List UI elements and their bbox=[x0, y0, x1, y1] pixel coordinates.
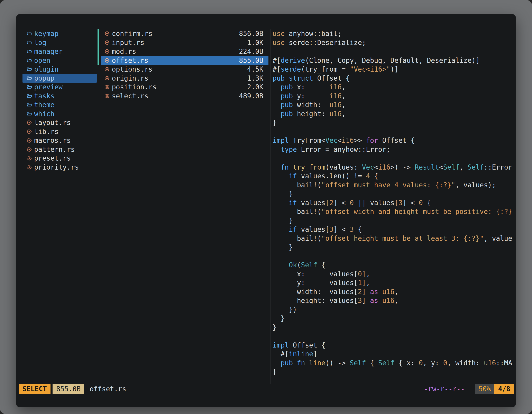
rust-file-icon bbox=[104, 31, 110, 36]
code-line: if values[3] < 3 { bbox=[273, 225, 514, 234]
code-line: use serde::Deserialize; bbox=[273, 38, 514, 47]
file-row-origin-rs[interactable]: origin.rs1.3K bbox=[97, 74, 270, 83]
scroll-percent-chip: 50% bbox=[475, 384, 494, 394]
sidebar-item-lib-rs[interactable]: lib.rs bbox=[22, 127, 97, 136]
file-name: confirm.rs bbox=[112, 29, 152, 38]
code-line: Ok(Self { bbox=[273, 260, 514, 270]
file-size-badge: 855.0B bbox=[53, 384, 84, 394]
file-size: 4.5K bbox=[247, 65, 263, 74]
code-line: } bbox=[273, 118, 514, 127]
sidebar-item-log[interactable]: log bbox=[22, 38, 97, 47]
sidebar-item-label: macros.rs bbox=[34, 136, 71, 145]
folder-open-icon bbox=[27, 93, 32, 99]
code-line: use anyhow::bail; bbox=[273, 29, 514, 38]
code-line: fn try_from(values: Vec<i16>) -> Result<… bbox=[273, 163, 514, 172]
file-size: 856.0B bbox=[239, 29, 263, 38]
code-line: width: values[2] as u16, bbox=[273, 287, 514, 296]
file-row-mod-rs[interactable]: mod.rs224.0B bbox=[97, 47, 270, 56]
sidebar-item-macros-rs[interactable]: macros.rs bbox=[22, 136, 97, 145]
sidebar-item-label: open bbox=[34, 56, 50, 65]
sidebar-item-label: popup bbox=[34, 74, 54, 83]
yazi-window: keymap log manager open plugin popup pre… bbox=[16, 14, 516, 407]
code-line: bail!("offset width and height must be p… bbox=[273, 207, 514, 216]
sidebar-item-label: lib.rs bbox=[34, 127, 58, 136]
sidebar-item-label: theme bbox=[34, 100, 54, 109]
code-line: y: values[1], bbox=[273, 278, 514, 287]
sidebar-item-plugin[interactable]: plugin bbox=[22, 65, 97, 74]
file-name: position.rs bbox=[112, 83, 157, 92]
code-line: pub y: i16, bbox=[273, 92, 514, 101]
file-name: options.rs bbox=[112, 65, 152, 74]
marked-indicator bbox=[97, 56, 99, 65]
rust-file-icon bbox=[27, 129, 32, 135]
parent-pane[interactable]: keymap log manager open plugin popup pre… bbox=[16, 29, 97, 384]
rust-file-icon bbox=[27, 147, 32, 152]
file-size: 1.0K bbox=[247, 38, 263, 47]
code-line: } bbox=[273, 216, 514, 225]
file-row-input-rs[interactable]: input.rs1.0K bbox=[97, 38, 270, 47]
file-row-content: options.rs4.5K bbox=[101, 65, 268, 74]
file-size: 489.0B bbox=[239, 92, 263, 101]
sidebar-item-preview[interactable]: preview bbox=[22, 83, 97, 92]
sidebar-item-theme[interactable]: theme bbox=[22, 100, 97, 109]
file-row-content: select.rs489.0B bbox=[101, 92, 268, 101]
status-filename: offset.rs bbox=[90, 385, 126, 394]
current-pane[interactable]: confirm.rs856.0B input.rs1.0K mod.rs224.… bbox=[97, 29, 270, 384]
file-name: select.rs bbox=[112, 92, 148, 101]
status-bar: SELECT 855.0B offset.rs -rw-r--r-- 50% 4… bbox=[19, 384, 514, 394]
folder-open-icon bbox=[27, 58, 32, 63]
file-row-content: offset.rs855.0B bbox=[101, 56, 268, 65]
permissions-text: -rw-r--r-- bbox=[424, 385, 465, 394]
sidebar-item-layout-rs[interactable]: layout.rs bbox=[22, 118, 97, 127]
sidebar-item-priority-rs[interactable]: priority.rs bbox=[22, 163, 97, 172]
sidebar-item-label: log bbox=[34, 38, 47, 47]
code-line: x: values[0], bbox=[273, 270, 514, 279]
code-line: if values[2] < 0 || values[3] < 0 { bbox=[273, 198, 514, 207]
file-row-options-rs[interactable]: options.rs4.5K bbox=[97, 65, 270, 74]
preview-pane[interactable]: use anyhow::bail;use serde::Deserialize;… bbox=[270, 29, 516, 384]
folder-open-icon bbox=[27, 76, 32, 81]
file-size: 1.3K bbox=[247, 74, 263, 83]
marked-indicator-empty bbox=[97, 92, 99, 101]
sidebar-item-open[interactable]: open bbox=[22, 56, 97, 65]
file-row-offset-rs[interactable]: offset.rs855.0B bbox=[97, 56, 270, 65]
sidebar-item-popup[interactable]: popup bbox=[22, 74, 97, 83]
sidebar-item-label: pattern.rs bbox=[34, 145, 75, 154]
desktop-background: keymap log manager open plugin popup pre… bbox=[0, 0, 532, 414]
code-line: impl TryFrom<Vec<i16>> for Offset { bbox=[273, 136, 514, 145]
marked-indicator-empty bbox=[97, 74, 99, 83]
marked-indicator-empty bbox=[97, 83, 99, 92]
file-row-content: input.rs1.0K bbox=[101, 38, 268, 47]
code-line bbox=[273, 127, 514, 136]
cursor-position-chip: 4/8 bbox=[494, 384, 514, 394]
folder-open-icon bbox=[27, 111, 32, 116]
rust-file-icon bbox=[27, 138, 32, 143]
sidebar-item-label: preset.rs bbox=[34, 154, 71, 163]
sidebar-item-which[interactable]: which bbox=[22, 109, 97, 118]
folder-open-icon bbox=[27, 49, 32, 54]
file-row-confirm-rs[interactable]: confirm.rs856.0B bbox=[97, 29, 270, 38]
sidebar-item-pattern-rs[interactable]: pattern.rs bbox=[22, 145, 97, 154]
code-line: } bbox=[273, 367, 514, 376]
file-name: origin.rs bbox=[112, 74, 148, 83]
code-line: impl Offset { bbox=[273, 341, 514, 350]
sidebar-item-tasks[interactable]: tasks bbox=[22, 92, 97, 101]
sidebar-item-preset-rs[interactable]: preset.rs bbox=[22, 154, 97, 163]
sidebar-item-keymap[interactable]: keymap bbox=[22, 29, 97, 38]
code-line: } bbox=[273, 314, 514, 323]
rust-file-icon bbox=[104, 40, 110, 45]
file-row-content: position.rs2.0K bbox=[101, 83, 268, 92]
code-line: #[serde(try_from = "Vec<i16>")] bbox=[273, 65, 514, 74]
file-row-position-rs[interactable]: position.rs2.0K bbox=[97, 83, 270, 92]
file-row-select-rs[interactable]: select.rs489.0B bbox=[97, 92, 270, 101]
sidebar-item-manager[interactable]: manager bbox=[22, 47, 97, 56]
code-line: pub height: u16, bbox=[273, 109, 514, 118]
code-line bbox=[273, 332, 514, 341]
marked-indicator-empty bbox=[97, 65, 99, 74]
code-line: } bbox=[273, 189, 514, 198]
sidebar-item-label: preview bbox=[34, 83, 63, 92]
folder-open-icon bbox=[27, 84, 32, 90]
file-row-content: confirm.rs856.0B bbox=[101, 29, 268, 38]
rust-file-icon bbox=[27, 120, 32, 125]
marked-indicator bbox=[97, 29, 99, 38]
